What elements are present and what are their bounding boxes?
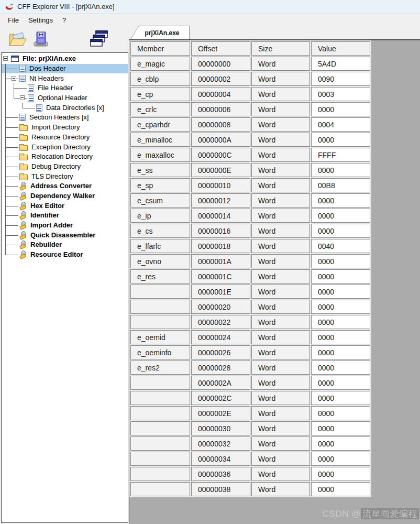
tree-item-rebuilder[interactable]: Rebuilder	[2, 240, 128, 250]
cell-member[interactable]: e_ss	[130, 163, 190, 177]
cell-size[interactable]: Word	[251, 285, 310, 299]
tree-item-resource-directory[interactable]: Resource Directory	[2, 133, 128, 143]
cell-offset[interactable]: 0000000C	[191, 148, 250, 162]
cell-size[interactable]: Word	[251, 117, 310, 132]
cell-size[interactable]: Word	[251, 436, 310, 451]
cell-size[interactable]: Word	[251, 269, 310, 283]
cell-offset[interactable]: 00000026	[191, 345, 250, 359]
cell-member[interactable]: e_res2	[130, 361, 190, 375]
tree-expand-box[interactable]	[18, 93, 27, 103]
cell-value[interactable]: FFFF	[311, 148, 370, 162]
cell-size[interactable]: Word	[251, 315, 310, 329]
cell-offset[interactable]: 0000000E	[191, 163, 250, 177]
cell-size[interactable]: Word	[251, 193, 310, 208]
tree-item-data-directories-x[interactable]: Data Directories [x]	[2, 103, 128, 113]
tree-item-optional-header[interactable]: Optional Header	[2, 93, 128, 103]
cell-offset[interactable]: 0000001C	[191, 269, 250, 283]
cell-size[interactable]: Word	[251, 300, 310, 314]
cell-size[interactable]: Word	[251, 391, 310, 405]
cell-value[interactable]: 0000	[311, 300, 370, 314]
table-row[interactable]: e_cp00000004Word0003	[130, 87, 370, 101]
cell-offset[interactable]: 00000016	[191, 224, 250, 238]
tree-item-tls-directory[interactable]: TLS Directory	[2, 171, 128, 181]
cell-size[interactable]: Word	[251, 421, 310, 435]
cell-offset[interactable]: 00000020	[191, 300, 250, 314]
cell-size[interactable]: Word	[251, 209, 310, 223]
cell-member[interactable]	[130, 391, 190, 405]
cell-member[interactable]	[130, 406, 190, 420]
cell-size[interactable]: Word	[251, 57, 310, 71]
table-row[interactable]: e_cblp00000002Word0090	[130, 72, 370, 86]
cell-member[interactable]	[130, 315, 190, 329]
cell-value[interactable]: 0000	[311, 467, 370, 481]
cell-member[interactable]: e_oeminfo	[130, 345, 190, 359]
table-row[interactable]: e_lfarlc00000018Word0040	[130, 239, 370, 253]
cell-member[interactable]: e_magic	[130, 57, 190, 71]
cell-size[interactable]: Word	[251, 467, 310, 481]
cell-value[interactable]: 00B8	[311, 178, 370, 192]
table-row[interactable]: 00000030Word0000	[130, 421, 370, 435]
cell-member[interactable]: e_sp	[130, 178, 190, 192]
cell-offset[interactable]: 00000030	[191, 421, 250, 435]
cell-value[interactable]: 0000	[311, 254, 370, 268]
cell-member[interactable]	[130, 482, 190, 496]
cell-offset[interactable]: 0000000A	[191, 133, 250, 147]
cell-offset[interactable]: 0000001E	[191, 285, 250, 299]
cell-value[interactable]: 0000	[311, 436, 370, 451]
column-header-member[interactable]: Member	[130, 41, 190, 56]
table-row[interactable]: e_ip00000014Word0000	[130, 209, 370, 223]
tree-item-nt-headers[interactable]: Nt Headers	[2, 73, 128, 83]
table-row[interactable]: e_ss0000000EWord0000	[130, 163, 370, 177]
cell-size[interactable]: Word	[251, 376, 310, 390]
cell-size[interactable]: Word	[251, 178, 310, 192]
cell-value[interactable]: 0000	[311, 285, 370, 299]
cell-member[interactable]: e_minalloc	[130, 133, 190, 147]
cell-value[interactable]: 0000	[311, 345, 370, 359]
cell-value[interactable]: 0000	[311, 193, 370, 208]
open-file-button[interactable]	[6, 29, 29, 50]
cell-offset[interactable]: 00000006	[191, 102, 250, 116]
cell-offset[interactable]: 00000036	[191, 467, 250, 481]
table-row[interactable]: e_magic00000000Word5A4D	[130, 57, 370, 71]
cell-offset[interactable]: 00000022	[191, 315, 250, 329]
cell-member[interactable]: e_csum	[130, 193, 190, 208]
table-row[interactable]: 0000002CWord0000	[130, 391, 370, 405]
tree-item-identifier[interactable]: Identifier	[2, 211, 128, 221]
cell-size[interactable]: Word	[251, 452, 310, 466]
save-file-button[interactable]	[29, 29, 52, 50]
tree-item-file-prjxian-exe[interactable]: File: prjXiAn.exe	[2, 54, 128, 64]
cell-offset[interactable]: 00000010	[191, 178, 250, 192]
tree-expand-box[interactable]	[2, 54, 10, 64]
tree-item-debug-directory[interactable]: Debug Directory	[2, 162, 128, 172]
cell-member[interactable]: e_cblp	[130, 72, 190, 86]
tree-item-file-header[interactable]: File Header	[2, 83, 128, 93]
cell-member[interactable]: e_maxalloc	[130, 148, 190, 162]
cell-member[interactable]	[130, 300, 190, 314]
menu-file[interactable]: File	[3, 15, 24, 26]
table-row[interactable]: 00000038Word0000	[130, 482, 370, 496]
cell-offset[interactable]: 00000032	[191, 436, 250, 451]
cell-member[interactable]	[130, 285, 190, 299]
table-row[interactable]: e_sp00000010Word00B8	[130, 178, 370, 192]
table-row[interactable]: e_oemid00000024Word0000	[130, 330, 370, 344]
cell-offset[interactable]: 00000038	[191, 482, 250, 496]
cell-member[interactable]	[130, 467, 190, 481]
cell-member[interactable]	[130, 376, 190, 390]
cell-offset[interactable]: 0000002E	[191, 406, 250, 420]
cell-size[interactable]: Word	[251, 224, 310, 238]
table-row[interactable]: 00000022Word0000	[130, 315, 370, 329]
cell-size[interactable]: Word	[251, 406, 310, 420]
table-row[interactable]: 00000036Word0000	[130, 467, 370, 481]
cell-value[interactable]: 0000	[311, 269, 370, 283]
tree-item-resource-editor[interactable]: Resource Editor	[2, 250, 128, 260]
cell-value[interactable]: 0000	[311, 452, 370, 466]
cell-offset[interactable]: 00000004	[191, 87, 250, 101]
cell-offset[interactable]: 00000014	[191, 209, 250, 223]
tree-item-exception-directory[interactable]: Exception Directory	[2, 142, 128, 152]
cell-offset[interactable]: 00000028	[191, 361, 250, 375]
cell-value[interactable]: 0000	[311, 391, 370, 405]
cell-member[interactable]	[130, 421, 190, 435]
cell-offset[interactable]: 00000018	[191, 239, 250, 253]
cell-size[interactable]: Word	[251, 102, 310, 116]
cell-value[interactable]: 0090	[311, 72, 370, 86]
